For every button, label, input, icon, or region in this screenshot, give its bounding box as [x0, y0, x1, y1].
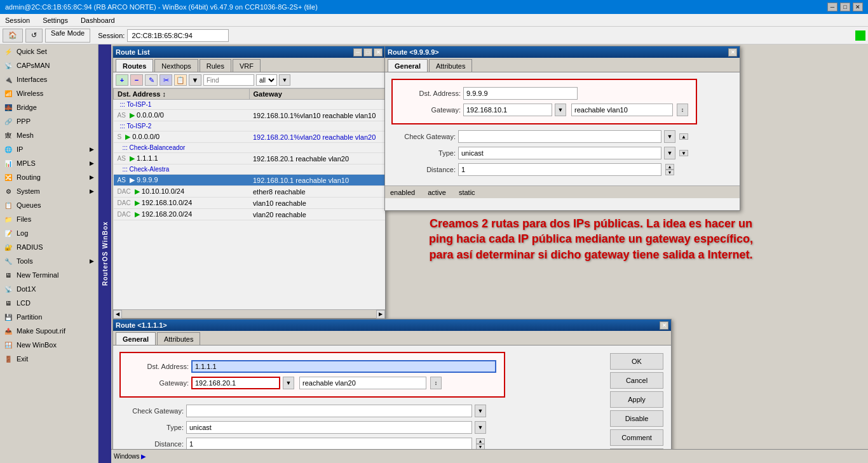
tab-attributes-999[interactable]: Attributes [429, 59, 472, 72]
menu-dashboard[interactable]: Dashboard [78, 17, 118, 24]
filter-route-button[interactable]: ▼ [189, 74, 201, 86]
check-gateway-dropdown-111[interactable]: ▼ [475, 405, 486, 417]
sidebar-item-interfaces[interactable]: 🔌 Interfaces [0, 72, 98, 86]
find-dropdown[interactable]: ▼ [279, 74, 290, 86]
sidebar-item-routing[interactable]: 🔀 Routing ▶ [0, 170, 98, 184]
dst-address-input-111[interactable] [191, 360, 496, 373]
distance-up-111[interactable]: ▲ [476, 438, 485, 444]
sidebar-item-wireless[interactable]: 📶 Wireless [0, 86, 98, 100]
sidebar-item-quick-set[interactable]: ⚡ Quick Set [0, 44, 98, 58]
sidebar-item-mesh[interactable]: 🕸 Mesh [0, 128, 98, 142]
remove-route-button[interactable]: − [130, 74, 143, 86]
route-111-close[interactable]: ✕ [660, 321, 668, 330]
sidebar-item-ppp[interactable]: 🔗 PPP [0, 114, 98, 128]
tab-routes[interactable]: Routes [116, 59, 153, 72]
type-down-999[interactable]: ▼ [679, 150, 688, 156]
gateway-input-111[interactable] [191, 377, 280, 389]
scroll-left[interactable]: ◀ [113, 310, 122, 319]
sidebar-item-files[interactable]: 📁 Files [0, 212, 98, 226]
menu-session[interactable]: Session [3, 17, 32, 24]
sidebar-item-bridge[interactable]: 🌉 Bridge [0, 100, 98, 114]
table-row[interactable]: AS ▶ 0.0.0.0/0 192.168.10.1%vlan10 reach… [114, 110, 385, 121]
sidebar-item-make-supout[interactable]: 📤 Make Supout.rif [0, 324, 98, 338]
distance-input-111[interactable] [186, 438, 472, 450]
sidebar-item-exit[interactable]: 🚪 Exit [0, 352, 98, 366]
sidebar-item-system[interactable]: ⚙ System ▶ [0, 184, 98, 198]
table-row[interactable]: ::: Check-Balanceador [114, 143, 385, 153]
gateway-extra-999[interactable] [571, 104, 673, 116]
find-input[interactable] [203, 74, 254, 86]
scroll-right[interactable]: ▶ [376, 310, 385, 319]
check-gateway-up-999[interactable]: ▲ [679, 133, 688, 140]
minimize-button[interactable]: ─ [827, 3, 837, 11]
route-list-minimize[interactable]: ─ [353, 48, 362, 57]
col-gateway[interactable]: Gateway [249, 89, 385, 100]
type-input-999[interactable] [458, 147, 661, 159]
home-button[interactable]: 🏠 [3, 29, 23, 43]
add-route-button[interactable]: + [116, 74, 128, 86]
col-dst-address[interactable]: Dst. Address ↕ [114, 89, 250, 100]
tab-general-111[interactable]: General [116, 332, 156, 345]
cancel-button[interactable]: Cancel [610, 372, 663, 389]
sidebar-item-log[interactable]: 📝 Log [0, 226, 98, 240]
check-gateway-input-111[interactable] [186, 405, 472, 417]
maximize-button[interactable]: □ [840, 3, 850, 11]
tab-vrf[interactable]: VRF [233, 59, 261, 72]
distance-input-999[interactable] [458, 163, 661, 176]
gateway-extra-111[interactable] [299, 377, 426, 389]
gateway-dropdown-111[interactable]: ▼ [283, 377, 294, 389]
table-row[interactable]: S ▶ 0.0.0.0/0 192.168.20.1%vlan20 reacha… [114, 131, 385, 143]
gateway-input-999[interactable] [463, 104, 552, 116]
tab-attributes-111[interactable]: Attributes [157, 332, 200, 345]
paste-route-button[interactable]: 📋 [174, 74, 187, 86]
apply-button[interactable]: Apply [610, 391, 663, 408]
sidebar-item-dot1x[interactable]: 📡 Dot1X [0, 282, 98, 296]
copy-route-button[interactable]: ✂ [159, 74, 172, 86]
ok-button[interactable]: OK [610, 353, 663, 370]
type-dropdown-999[interactable]: ▼ [664, 147, 675, 159]
check-gateway-dropdown-999[interactable]: ▼ [664, 130, 675, 143]
comment-button[interactable]: Comment [610, 429, 663, 446]
menu-settings[interactable]: Settings [40, 17, 71, 24]
disable-button[interactable]: Disable [610, 410, 663, 427]
route-list-close[interactable]: ✕ [374, 48, 383, 57]
sidebar-item-capsman[interactable]: 📡 CAPsMAN [0, 58, 98, 72]
sidebar-item-mpls[interactable]: 📊 MPLS ▶ [0, 156, 98, 170]
close-button[interactable]: ✕ [853, 3, 863, 11]
sidebar-item-lcd[interactable]: 🖥 LCD [0, 296, 98, 310]
table-row[interactable]: ::: To-ISP-2 [114, 121, 385, 131]
check-gateway-input-999[interactable] [458, 130, 661, 143]
gateway-extra-dropdown-999[interactable]: ↕ [677, 104, 688, 116]
tab-general-999[interactable]: General [388, 59, 428, 72]
find-select[interactable]: all [256, 74, 277, 86]
gateway-dropdown-999[interactable]: ▼ [555, 104, 566, 116]
safe-mode-button[interactable]: Safe Mode [45, 29, 90, 43]
table-row[interactable]: ::: To-ISP-1 [114, 100, 385, 110]
route-list-hscrollbar[interactable]: ◀ ▶ [113, 309, 385, 318]
table-row[interactable]: DAC ▶ 10.10.10.0/24 ether8 reachable [114, 186, 385, 198]
sidebar-item-new-terminal[interactable]: 🖥 New Terminal [0, 268, 98, 282]
table-row[interactable]: AS ▶ 9.9.9.9 192.168.10.1 reachable vlan… [114, 175, 385, 186]
sidebar-item-partition[interactable]: 💾 Partition [0, 310, 98, 324]
distance-up-999[interactable]: ▲ [665, 164, 674, 170]
route-list-maximize[interactable]: □ [363, 48, 372, 57]
type-dropdown-111[interactable]: ▼ [475, 421, 486, 434]
table-row[interactable]: ::: Check-Alestra [114, 164, 385, 175]
dst-address-input-999[interactable] [463, 87, 578, 100]
tab-nexthops[interactable]: Nexthops [154, 59, 198, 72]
route-999-close[interactable]: ✕ [728, 48, 737, 57]
sidebar-item-queues[interactable]: 📋 Queues [0, 198, 98, 212]
gateway-extra-dropdown-111[interactable]: ↕ [430, 377, 442, 389]
distance-down-999[interactable]: ▼ [665, 170, 674, 175]
table-row[interactable]: AS ▶ 1.1.1.1 192.168.20.1 reachable vlan… [114, 153, 385, 164]
sidebar-item-ip[interactable]: 🌐 IP ▶ [0, 142, 98, 156]
sidebar-item-radius[interactable]: 🔐 RADIUS [0, 240, 98, 254]
refresh-button[interactable]: ↺ [25, 29, 43, 43]
type-input-111[interactable] [186, 421, 472, 434]
tab-rules[interactable]: Rules [200, 59, 231, 72]
table-row[interactable]: DAC ▶ 192.168.20.0/24 vlan20 reachable [114, 209, 385, 220]
sidebar-item-new-winbox[interactable]: 🪟 New WinBox [0, 338, 98, 352]
table-row[interactable]: DAC ▶ 192.168.10.0/24 vlan10 reachable [114, 198, 385, 209]
sidebar-item-tools[interactable]: 🔧 Tools ▶ [0, 254, 98, 268]
edit-route-button[interactable]: ✎ [145, 74, 158, 86]
